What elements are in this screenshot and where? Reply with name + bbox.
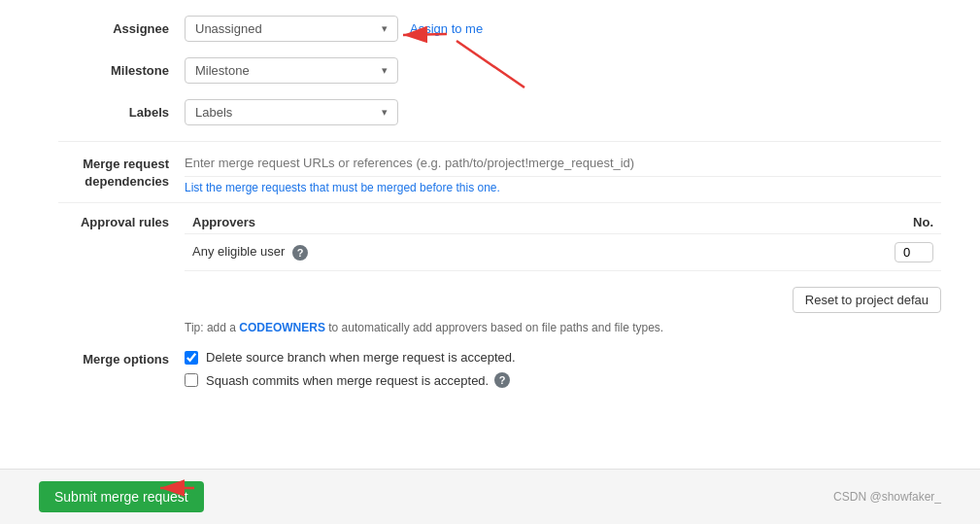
- tip-text: Tip: add a CODEOWNERS to automatically a…: [185, 321, 663, 334]
- assign-to-me-link[interactable]: Assign to me: [410, 16, 483, 36]
- merge-dep-label: Merge request dependencies: [58, 150, 185, 191]
- form-container: Assignee Unassigned ▾ Assign to me Miles…: [0, 0, 980, 427]
- milestone-value: Milestone: [195, 63, 250, 78]
- chevron-down-icon: ▾: [382, 64, 388, 77]
- col-approvers-header: Approvers: [185, 211, 883, 234]
- milestone-label: Milestone: [58, 57, 185, 78]
- chevron-down-icon: ▾: [382, 22, 388, 35]
- col-no-header: No.: [883, 211, 941, 234]
- delete-branch-label: Delete source branch when merge request …: [206, 350, 516, 365]
- codeowners-link[interactable]: CODEOWNERS: [239, 321, 325, 334]
- merge-dep-row: Merge request dependencies List the merg…: [58, 150, 941, 194]
- approval-rules-label: Approval rules: [58, 211, 185, 229]
- approval-table: Approvers No. Any eligible user ?: [185, 211, 941, 271]
- eligible-user-label: Any eligible user: [192, 244, 285, 259]
- table-row: Any eligible user ?: [185, 234, 941, 271]
- watermark-text: CSDN @showfaker_: [833, 490, 941, 504]
- milestone-select[interactable]: Milestone ▾: [185, 57, 398, 84]
- assignee-row: Assignee Unassigned ▾ Assign to me: [58, 16, 941, 42]
- approval-count-input[interactable]: [895, 242, 933, 262]
- squash-commits-label: Squash commits when merge request is acc…: [206, 373, 489, 388]
- labels-value: Labels: [195, 105, 232, 120]
- assignee-label: Assignee: [58, 16, 185, 36]
- assignee-select[interactable]: Unassigned ▾: [185, 16, 398, 42]
- labels-select[interactable]: Labels ▾: [185, 99, 398, 125]
- milestone-row: Milestone Milestone ▾: [58, 57, 941, 84]
- squash-help-icon[interactable]: ?: [494, 372, 510, 388]
- labels-label: Labels: [58, 99, 185, 120]
- reset-to-default-button[interactable]: Reset to project defau: [793, 287, 941, 313]
- labels-row: Labels Labels ▾: [58, 99, 941, 125]
- footer-bar: Submit merge request CSDN @showfaker_: [0, 469, 980, 524]
- squash-commits-checkbox-row: Squash commits when merge request is acc…: [185, 372, 941, 388]
- submit-merge-request-button[interactable]: Submit merge request: [39, 481, 204, 512]
- merge-options-row: Merge options Delete source branch when …: [58, 350, 941, 396]
- merge-dep-input[interactable]: [185, 150, 941, 177]
- separator2: [58, 202, 941, 203]
- help-icon[interactable]: ?: [292, 245, 308, 261]
- delete-branch-checkbox[interactable]: [185, 351, 198, 365]
- squash-commits-checkbox[interactable]: [185, 373, 198, 387]
- merge-options-label: Merge options: [58, 350, 185, 367]
- separator: [58, 141, 941, 142]
- chevron-down-icon: ▾: [382, 106, 388, 119]
- delete-branch-checkbox-row: Delete source branch when merge request …: [185, 350, 941, 365]
- tip-row: Tip: add a CODEOWNERS to automatically a…: [58, 321, 941, 334]
- assignee-value: Unassigned: [195, 21, 262, 36]
- approval-rules-row: Approval rules Approvers No. Any eligibl…: [58, 211, 941, 313]
- merge-dep-hint: List the merge requests that must be mer…: [185, 181, 941, 194]
